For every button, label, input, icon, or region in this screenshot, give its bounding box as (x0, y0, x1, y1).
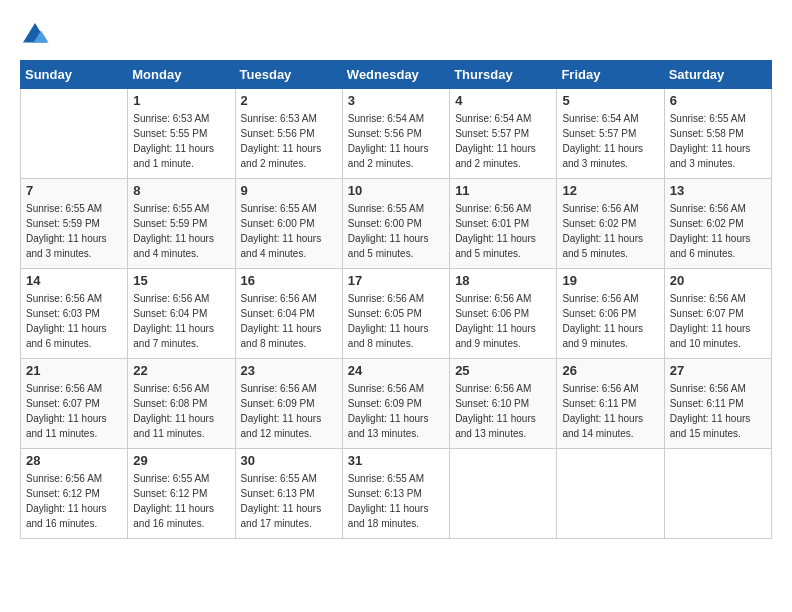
calendar-cell: 18Sunrise: 6:56 AMSunset: 6:06 PMDayligh… (450, 269, 557, 359)
calendar-cell: 21Sunrise: 6:56 AMSunset: 6:07 PMDayligh… (21, 359, 128, 449)
calendar-cell: 31Sunrise: 6:55 AMSunset: 6:13 PMDayligh… (342, 449, 449, 539)
day-number: 26 (562, 363, 658, 378)
day-number: 19 (562, 273, 658, 288)
day-number: 6 (670, 93, 766, 108)
header-row: SundayMondayTuesdayWednesdayThursdayFrid… (21, 61, 772, 89)
day-number: 13 (670, 183, 766, 198)
calendar-cell: 28Sunrise: 6:56 AMSunset: 6:12 PMDayligh… (21, 449, 128, 539)
calendar-cell: 25Sunrise: 6:56 AMSunset: 6:10 PMDayligh… (450, 359, 557, 449)
logo (20, 20, 54, 50)
calendar-cell: 24Sunrise: 6:56 AMSunset: 6:09 PMDayligh… (342, 359, 449, 449)
calendar-cell: 8Sunrise: 6:55 AMSunset: 5:59 PMDaylight… (128, 179, 235, 269)
day-number: 23 (241, 363, 337, 378)
calendar-cell: 15Sunrise: 6:56 AMSunset: 6:04 PMDayligh… (128, 269, 235, 359)
calendar-cell: 27Sunrise: 6:56 AMSunset: 6:11 PMDayligh… (664, 359, 771, 449)
day-info: Sunrise: 6:56 AMSunset: 6:11 PMDaylight:… (670, 381, 766, 441)
day-info: Sunrise: 6:54 AMSunset: 5:56 PMDaylight:… (348, 111, 444, 171)
calendar-cell: 5Sunrise: 6:54 AMSunset: 5:57 PMDaylight… (557, 89, 664, 179)
header-day: Tuesday (235, 61, 342, 89)
day-number: 10 (348, 183, 444, 198)
day-number: 3 (348, 93, 444, 108)
day-number: 8 (133, 183, 229, 198)
calendar-week: 14Sunrise: 6:56 AMSunset: 6:03 PMDayligh… (21, 269, 772, 359)
calendar-cell: 1Sunrise: 6:53 AMSunset: 5:55 PMDaylight… (128, 89, 235, 179)
day-number: 18 (455, 273, 551, 288)
day-number: 12 (562, 183, 658, 198)
calendar-week: 7Sunrise: 6:55 AMSunset: 5:59 PMDaylight… (21, 179, 772, 269)
header-day: Thursday (450, 61, 557, 89)
day-number: 2 (241, 93, 337, 108)
header-day: Sunday (21, 61, 128, 89)
day-number: 28 (26, 453, 122, 468)
day-info: Sunrise: 6:56 AMSunset: 6:04 PMDaylight:… (241, 291, 337, 351)
calendar-cell (21, 89, 128, 179)
day-number: 14 (26, 273, 122, 288)
day-info: Sunrise: 6:56 AMSunset: 6:04 PMDaylight:… (133, 291, 229, 351)
day-number: 11 (455, 183, 551, 198)
header-day: Friday (557, 61, 664, 89)
calendar-cell: 9Sunrise: 6:55 AMSunset: 6:00 PMDaylight… (235, 179, 342, 269)
logo-icon (20, 20, 50, 50)
calendar-cell: 19Sunrise: 6:56 AMSunset: 6:06 PMDayligh… (557, 269, 664, 359)
day-number: 27 (670, 363, 766, 378)
header-day: Wednesday (342, 61, 449, 89)
day-number: 24 (348, 363, 444, 378)
day-info: Sunrise: 6:53 AMSunset: 5:56 PMDaylight:… (241, 111, 337, 171)
day-info: Sunrise: 6:55 AMSunset: 6:13 PMDaylight:… (241, 471, 337, 531)
day-info: Sunrise: 6:56 AMSunset: 6:03 PMDaylight:… (26, 291, 122, 351)
day-number: 20 (670, 273, 766, 288)
calendar-cell: 7Sunrise: 6:55 AMSunset: 5:59 PMDaylight… (21, 179, 128, 269)
day-info: Sunrise: 6:56 AMSunset: 6:09 PMDaylight:… (348, 381, 444, 441)
day-number: 22 (133, 363, 229, 378)
day-info: Sunrise: 6:54 AMSunset: 5:57 PMDaylight:… (562, 111, 658, 171)
page-header (20, 20, 772, 50)
day-number: 4 (455, 93, 551, 108)
day-info: Sunrise: 6:55 AMSunset: 6:00 PMDaylight:… (348, 201, 444, 261)
day-number: 15 (133, 273, 229, 288)
day-info: Sunrise: 6:56 AMSunset: 6:05 PMDaylight:… (348, 291, 444, 351)
calendar-cell: 10Sunrise: 6:55 AMSunset: 6:00 PMDayligh… (342, 179, 449, 269)
day-info: Sunrise: 6:55 AMSunset: 5:59 PMDaylight:… (26, 201, 122, 261)
day-info: Sunrise: 6:54 AMSunset: 5:57 PMDaylight:… (455, 111, 551, 171)
day-number: 16 (241, 273, 337, 288)
day-number: 9 (241, 183, 337, 198)
day-info: Sunrise: 6:56 AMSunset: 6:07 PMDaylight:… (26, 381, 122, 441)
day-info: Sunrise: 6:55 AMSunset: 5:58 PMDaylight:… (670, 111, 766, 171)
calendar-cell: 20Sunrise: 6:56 AMSunset: 6:07 PMDayligh… (664, 269, 771, 359)
day-number: 29 (133, 453, 229, 468)
calendar-cell (557, 449, 664, 539)
day-number: 7 (26, 183, 122, 198)
header-day: Monday (128, 61, 235, 89)
day-info: Sunrise: 6:55 AMSunset: 5:59 PMDaylight:… (133, 201, 229, 261)
day-info: Sunrise: 6:55 AMSunset: 6:12 PMDaylight:… (133, 471, 229, 531)
day-info: Sunrise: 6:55 AMSunset: 6:00 PMDaylight:… (241, 201, 337, 261)
calendar-cell: 12Sunrise: 6:56 AMSunset: 6:02 PMDayligh… (557, 179, 664, 269)
calendar-cell (450, 449, 557, 539)
calendar-week: 28Sunrise: 6:56 AMSunset: 6:12 PMDayligh… (21, 449, 772, 539)
day-info: Sunrise: 6:56 AMSunset: 6:10 PMDaylight:… (455, 381, 551, 441)
calendar-cell: 29Sunrise: 6:55 AMSunset: 6:12 PMDayligh… (128, 449, 235, 539)
day-info: Sunrise: 6:56 AMSunset: 6:09 PMDaylight:… (241, 381, 337, 441)
calendar-cell: 14Sunrise: 6:56 AMSunset: 6:03 PMDayligh… (21, 269, 128, 359)
calendar-cell: 6Sunrise: 6:55 AMSunset: 5:58 PMDaylight… (664, 89, 771, 179)
day-info: Sunrise: 6:56 AMSunset: 6:08 PMDaylight:… (133, 381, 229, 441)
calendar-cell (664, 449, 771, 539)
day-info: Sunrise: 6:55 AMSunset: 6:13 PMDaylight:… (348, 471, 444, 531)
calendar-week: 1Sunrise: 6:53 AMSunset: 5:55 PMDaylight… (21, 89, 772, 179)
calendar-cell: 23Sunrise: 6:56 AMSunset: 6:09 PMDayligh… (235, 359, 342, 449)
day-number: 31 (348, 453, 444, 468)
header-day: Saturday (664, 61, 771, 89)
calendar-cell: 3Sunrise: 6:54 AMSunset: 5:56 PMDaylight… (342, 89, 449, 179)
day-info: Sunrise: 6:53 AMSunset: 5:55 PMDaylight:… (133, 111, 229, 171)
day-number: 17 (348, 273, 444, 288)
day-info: Sunrise: 6:56 AMSunset: 6:01 PMDaylight:… (455, 201, 551, 261)
calendar-cell: 26Sunrise: 6:56 AMSunset: 6:11 PMDayligh… (557, 359, 664, 449)
day-info: Sunrise: 6:56 AMSunset: 6:12 PMDaylight:… (26, 471, 122, 531)
day-number: 1 (133, 93, 229, 108)
calendar-table: SundayMondayTuesdayWednesdayThursdayFrid… (20, 60, 772, 539)
calendar-cell: 4Sunrise: 6:54 AMSunset: 5:57 PMDaylight… (450, 89, 557, 179)
day-info: Sunrise: 6:56 AMSunset: 6:06 PMDaylight:… (455, 291, 551, 351)
calendar-cell: 22Sunrise: 6:56 AMSunset: 6:08 PMDayligh… (128, 359, 235, 449)
day-number: 21 (26, 363, 122, 378)
day-info: Sunrise: 6:56 AMSunset: 6:06 PMDaylight:… (562, 291, 658, 351)
